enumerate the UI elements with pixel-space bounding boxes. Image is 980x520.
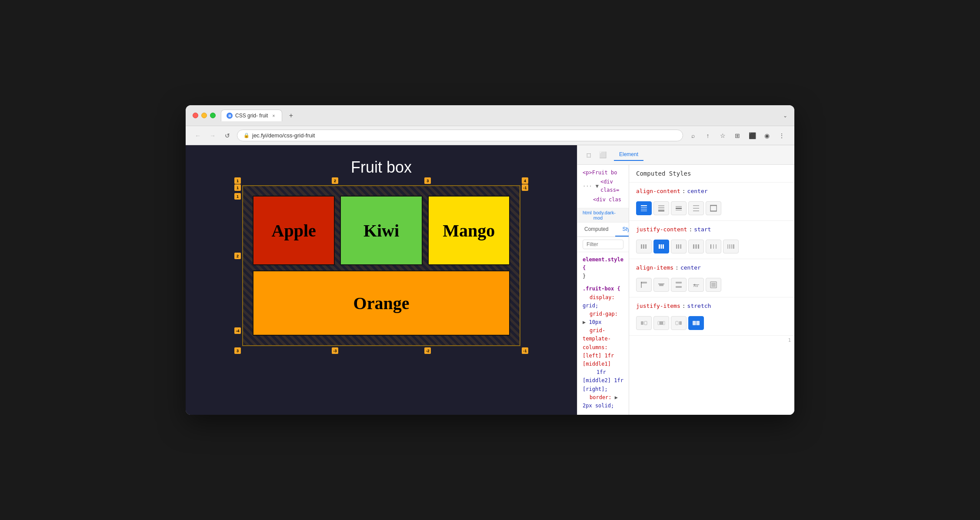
dom-line-1: <p>Fruit bo [583,168,623,177]
align-items-value: center [680,264,701,271]
reload-button[interactable]: ↺ [222,130,233,141]
svg-rect-22 [663,244,664,249]
display-val: grid; [583,303,598,309]
grid-template-val2: 1fr [middle2] 1fr [right]; [583,369,623,392]
align-content-btn-space-between[interactable] [688,201,704,215]
tab-elements[interactable]: Element [614,149,643,161]
devtools-main-split: <p>Fruit bo ··· ▼ <div class= <div clas [577,165,794,415]
svg-rect-31 [713,244,714,249]
adblocker-icon[interactable]: ⬛ [747,130,758,141]
forward-button[interactable]: → [207,130,218,141]
dom-expand-icon[interactable]: ▼ [596,182,599,190]
justify-content-btn-center[interactable] [653,240,669,253]
justify-content-btn-end[interactable] [671,240,687,253]
align-items-btn-start[interactable] [636,278,652,292]
svg-rect-36 [733,244,733,249]
tab-close-button[interactable]: × [270,113,277,119]
extensions-button[interactable]: ⊞ [732,130,743,141]
svg-rect-50 [644,321,647,325]
align-content-btn-stretch[interactable] [706,201,721,215]
svg-rect-56 [693,321,696,325]
fruit-box-title: Fruit box [199,158,564,177]
grid-num-2: 2 [332,177,338,184]
active-tab[interactable]: ⊞ CSS grid- fruit × [221,110,282,121]
bookmark-button[interactable]: ☆ [717,130,728,141]
maximize-button[interactable] [210,113,216,118]
svg-rect-48 [711,283,716,287]
justify-items-btn-stretch[interactable] [688,316,704,330]
svg-rect-49 [641,321,643,325]
zoom-button[interactable]: ⌕ [687,130,699,141]
menu-button[interactable]: ⋮ [776,130,787,141]
svg-rect-5 [658,205,664,206]
justify-content-btn-start[interactable] [636,240,652,253]
svg-rect-53 [663,321,665,325]
svg-rect-42 [676,286,682,288]
filter-input[interactable] [583,240,623,249]
address-bar[interactable]: 🔒 jec.fyi/demo/css-grid-fruit [237,130,683,141]
devtools-header: ⬚ ⬜ Element [577,145,794,165]
border-prop: border: ▶ 2px solid; [583,394,618,409]
element-style-rule: element.style { } [583,256,623,281]
grid-num-left-3: 3 [234,347,241,354]
align-items-btn-baseline[interactable]: Aa [688,278,704,292]
align-content-value: center [687,188,708,194]
main-area: Fruit box 1 2 3 4 1 2 3 -1 -1 -3 -2 1 -4 [186,145,794,415]
profile-button[interactable]: ◉ [761,130,773,141]
grid-container: Apple Kiwi Mango Orange [242,185,520,346]
svg-rect-12 [693,208,699,209]
justify-items-btn-center[interactable] [653,316,669,330]
close-button[interactable] [193,113,198,118]
align-items-btn-stretch[interactable] [706,278,721,292]
svg-rect-2 [641,209,647,210]
lock-icon: 🔒 [243,133,250,138]
align-content-btn-center[interactable] [671,201,687,215]
tab-styles[interactable]: Styles [615,223,629,237]
new-tab-button[interactable]: + [286,110,296,121]
border-arrow[interactable]: ▶ [615,394,618,400]
align-items-buttons: Aa [636,278,787,292]
svg-rect-20 [659,244,660,249]
breadcrumb-body[interactable]: body.dark-mod [593,210,623,220]
inspect-element-button[interactable]: ⬚ [583,149,595,161]
share-button[interactable]: ↑ [702,130,713,141]
tab-computed[interactable]: Computed [577,223,615,237]
justify-content-btn-space-evenly[interactable] [723,240,739,253]
svg-rect-30 [710,244,711,249]
svg-rect-33 [727,244,728,249]
back-button[interactable]: ← [193,130,203,141]
grid-template-prop: grid-template-columns: [left] 1fr [middl… [583,327,614,367]
align-content-btn-start[interactable] [636,201,652,215]
justify-content-btn-space-between[interactable] [688,240,704,253]
justify-items-btn-start[interactable] [636,316,652,330]
svg-rect-25 [680,244,682,249]
device-toggle-button[interactable]: ⬜ [597,149,609,161]
svg-rect-0 [641,205,647,206]
dom-tree: <p>Fruit bo ··· ▼ <div class= <div clas [577,165,629,208]
devtools-tools: ⬚ ⬜ [583,149,609,161]
tab-dropdown-button[interactable]: ⌄ [783,113,787,119]
svg-rect-19 [645,244,647,249]
minimize-button[interactable] [201,113,207,118]
grid-gap-prop: grid-gap: ▶ 10px [583,311,618,325]
align-content-btn-end[interactable] [653,201,669,215]
dom-more-button[interactable]: ··· [583,182,592,190]
display-prop: display: grid; [583,294,615,309]
svg-rect-16 [710,210,717,211]
dom-line-2: ··· ▼ <div class= [583,177,623,195]
breadcrumb-html[interactable]: html [583,210,592,220]
grid-wrapper: 1 2 3 4 1 2 3 -1 -1 -3 -2 1 -4 Apple [242,185,520,346]
align-content-property: align-content : center [629,183,794,221]
justify-content-label: justify-content : start [636,226,787,236]
svg-rect-41 [659,284,663,286]
dom-div-class-tag: <div clas [593,196,621,204]
justify-content-btn-space-around[interactable] [706,240,721,253]
svg-rect-27 [696,244,697,249]
grid-gap-arrow[interactable]: ▶ [583,319,586,325]
align-items-btn-center[interactable] [653,278,669,292]
devtools-panel: ⬚ ⬜ Element <p>Fruit bo ··· [577,145,794,415]
svg-rect-24 [678,244,680,249]
justify-items-btn-end[interactable] [671,316,687,330]
nav-actions: ⌕ ↑ ☆ ⊞ ⬛ ◉ ⋮ [687,130,787,141]
align-items-btn-end[interactable] [671,278,687,292]
